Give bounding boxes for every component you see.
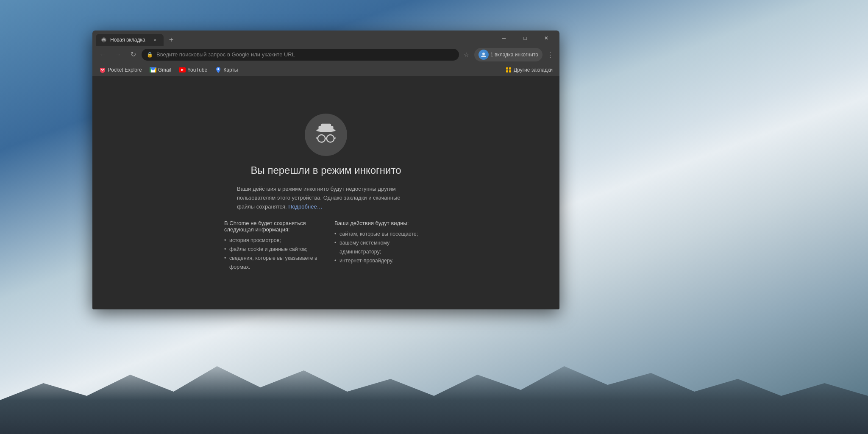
svg-point-5	[482, 53, 485, 55]
svg-line-20	[316, 138, 318, 139]
svg-point-18	[327, 135, 334, 142]
tab-strip: Новая вкладка × +	[96, 31, 494, 46]
list-item: интернет-провайдеру.	[334, 256, 428, 265]
desktop: Новая вкладка × + ─ □ ✕ ← → ↻ 🔒 Введите …	[0, 0, 868, 434]
back-button[interactable]: ←	[96, 48, 109, 61]
svg-point-17	[318, 135, 326, 142]
bookmarks-bar: Pocket Explore Gmail	[92, 63, 559, 76]
svg-rect-4	[103, 40, 104, 41]
incognito-title: Вы перешли в режим инкогнито	[250, 164, 401, 176]
col-left-title: В Chrome не будет сохраняться следующая …	[224, 220, 317, 233]
bookmark-youtube[interactable]: YouTube	[175, 65, 211, 75]
col-right-title: Ваши действия будут видны:	[334, 220, 428, 226]
svg-point-9	[217, 68, 219, 70]
maximize-button[interactable]: □	[515, 32, 535, 45]
info-col-left: В Chrome не будет сохраняться следующая …	[224, 220, 317, 272]
youtube-label: YouTube	[187, 67, 207, 73]
list-item: файлы cookie и данные сайтов;	[224, 245, 317, 254]
learn-more-link[interactable]: Подробнее…	[288, 203, 322, 210]
active-tab[interactable]: Новая вкладка ×	[96, 34, 164, 46]
window-controls: ─ □ ✕	[494, 32, 556, 45]
title-bar: Новая вкладка × + ─ □ ✕	[92, 31, 559, 46]
close-button[interactable]: ✕	[537, 32, 556, 45]
youtube-icon	[179, 67, 186, 73]
col-right-list: сайтам, которые вы посещаете; вашему сис…	[334, 230, 428, 266]
svg-rect-13	[509, 70, 511, 72]
info-columns: В Chrome не будет сохраняться следующая …	[224, 220, 428, 272]
other-bookmarks-label: Другие закладки	[514, 67, 553, 73]
incognito-illustration	[311, 122, 341, 147]
browser-window: Новая вкладка × + ─ □ ✕ ← → ↻ 🔒 Введите …	[92, 31, 559, 309]
security-icon: 🔒	[147, 52, 153, 58]
pocket-label: Pocket Explore	[108, 67, 142, 73]
content-area: Вы перешли в режим инкогнито Ваши действ…	[92, 76, 559, 309]
col-left-list: история просмотров; файлы cookie и данны…	[224, 236, 317, 272]
gmail-label: Gmail	[158, 67, 171, 73]
bookmark-maps[interactable]: Карты	[211, 65, 241, 75]
svg-rect-12	[506, 70, 508, 72]
profile-label: 1 вкладка инкогнито	[490, 52, 538, 58]
info-col-right: Ваши действия будут видны: сайтам, котор…	[334, 220, 428, 272]
maps-label: Карты	[223, 67, 238, 73]
other-bookmarks-button[interactable]: Другие закладки	[502, 65, 556, 75]
incognito-description: Ваши действия в режиме инкогнито будут н…	[237, 185, 415, 211]
svg-rect-16	[321, 124, 331, 128]
address-bar[interactable]: 🔒 Введите поисковый запрос в Google или …	[142, 49, 459, 61]
incognito-page: Вы перешли в режим инкогнито Ваши действ…	[203, 97, 449, 289]
menu-button[interactable]: ⋮	[544, 49, 556, 61]
incognito-logo	[305, 114, 347, 156]
minimize-button[interactable]: ─	[494, 32, 514, 45]
tab-title: Новая вкладка	[110, 37, 148, 43]
forward-button[interactable]: →	[111, 48, 125, 61]
svg-rect-11	[509, 67, 511, 70]
toolbar: ← → ↻ 🔒 Введите поисковый запрос в Googl…	[92, 46, 559, 63]
other-bookmarks-icon	[505, 67, 512, 73]
reload-button[interactable]: ↻	[126, 48, 140, 61]
new-tab-button[interactable]: +	[165, 34, 177, 46]
tab-close-button[interactable]: ×	[152, 36, 159, 43]
profile-area[interactable]: 1 вкладка инкогнито	[474, 48, 542, 61]
list-item: история просмотров;	[224, 236, 317, 245]
bookmark-star-button[interactable]: ☆	[461, 49, 473, 61]
svg-line-21	[334, 138, 336, 139]
bookmark-pocket[interactable]: Pocket Explore	[96, 65, 145, 75]
bookmark-gmail[interactable]: Gmail	[146, 65, 175, 75]
svg-rect-1	[103, 39, 106, 40]
list-item: вашему системному администратору;	[334, 239, 428, 257]
pocket-icon	[99, 67, 106, 73]
tab-incognito-icon	[101, 37, 107, 43]
list-item: сведения, которые вы указываете в формах…	[224, 254, 317, 272]
svg-point-0	[101, 37, 106, 42]
svg-rect-10	[506, 67, 508, 70]
maps-icon	[215, 67, 222, 73]
gmail-icon	[150, 67, 156, 73]
address-text: Введите поисковый запрос в Google или ук…	[156, 51, 454, 58]
profile-avatar	[479, 50, 489, 60]
list-item: сайтам, которые вы посещаете;	[334, 230, 428, 239]
